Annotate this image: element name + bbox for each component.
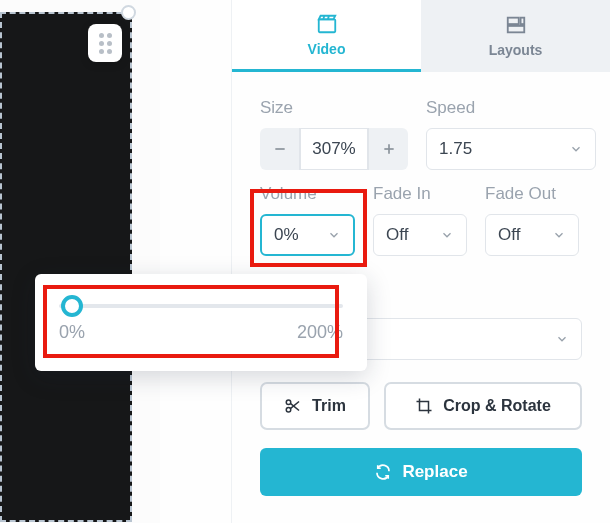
controls-area: Size 307% Speed 1.75	[232, 72, 610, 256]
trim-button[interactable]: Trim	[260, 382, 370, 430]
fade-in-field: Fade In Off	[373, 184, 467, 256]
action-row: Trim Crop & Rotate	[232, 382, 610, 430]
canvas-area	[0, 0, 160, 523]
replace-button[interactable]: Replace	[260, 448, 582, 496]
size-field: Size 307%	[260, 98, 408, 170]
scissors-icon	[284, 397, 302, 415]
chevron-down-icon	[569, 142, 583, 156]
tab-layouts-label: Layouts	[489, 42, 543, 58]
tab-video[interactable]: Video	[232, 0, 421, 72]
svg-line-2	[327, 15, 328, 19]
properties-panel: Video Layouts Size 307%	[231, 0, 610, 523]
size-decrease-button[interactable]	[260, 128, 300, 170]
plus-icon	[381, 141, 397, 157]
chevron-down-icon	[552, 228, 566, 242]
speed-label: Speed	[426, 98, 596, 118]
fade-out-field: Fade Out Off	[485, 184, 579, 256]
slider-max-label: 200%	[297, 322, 343, 343]
chevron-down-icon	[327, 228, 341, 242]
fade-in-dropdown[interactable]: Off	[373, 214, 467, 256]
refresh-icon	[374, 463, 392, 481]
volume-label: Volume	[260, 184, 355, 204]
size-increase-button[interactable]	[368, 128, 408, 170]
drag-handle[interactable]	[88, 24, 122, 62]
volume-slider[interactable]	[59, 304, 343, 308]
grip-icon	[99, 33, 112, 54]
video-preview[interactable]	[0, 12, 132, 522]
chevron-down-icon	[555, 332, 569, 346]
fade-out-dropdown[interactable]: Off	[485, 214, 579, 256]
chevron-down-icon	[440, 228, 454, 242]
fade-out-label: Fade Out	[485, 184, 579, 204]
tab-layouts[interactable]: Layouts	[421, 0, 610, 72]
minus-icon	[272, 141, 288, 157]
svg-line-1	[323, 15, 324, 19]
svg-rect-3	[507, 18, 518, 24]
svg-rect-4	[520, 18, 524, 24]
trim-label: Trim	[312, 397, 346, 415]
volume-value: 0%	[274, 225, 299, 245]
speed-dropdown[interactable]: 1.75	[426, 128, 596, 170]
svg-rect-0	[318, 19, 335, 32]
size-label: Size	[260, 98, 408, 118]
fade-out-value: Off	[498, 225, 520, 245]
crop-label: Crop & Rotate	[443, 397, 551, 415]
svg-rect-5	[507, 26, 524, 32]
crop-icon	[415, 397, 433, 415]
clapperboard-icon	[316, 13, 338, 35]
speed-value: 1.75	[439, 139, 472, 159]
resize-handle[interactable]	[121, 5, 136, 20]
replace-label: Replace	[402, 462, 467, 482]
panel-tabs: Video Layouts	[232, 0, 610, 72]
volume-slider-thumb[interactable]	[61, 295, 83, 317]
layouts-icon	[505, 14, 527, 36]
volume-dropdown[interactable]: 0%	[260, 214, 355, 256]
slider-min-label: 0%	[59, 322, 85, 343]
size-value[interactable]: 307%	[300, 128, 368, 170]
crop-rotate-button[interactable]: Crop & Rotate	[384, 382, 582, 430]
fade-in-value: Off	[386, 225, 408, 245]
speed-field: Speed 1.75	[426, 98, 596, 170]
volume-field: Volume 0%	[260, 184, 355, 256]
volume-slider-popup: 0% 200%	[35, 274, 367, 371]
fade-in-label: Fade In	[373, 184, 467, 204]
tab-video-label: Video	[308, 41, 346, 57]
